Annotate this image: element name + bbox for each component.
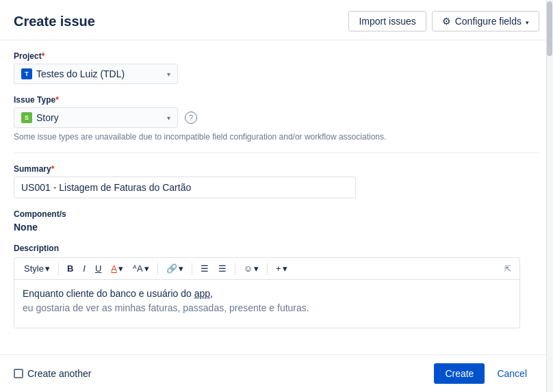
project-select[interactable]: T Testes do Luiz (TDL) <box>14 64 178 84</box>
component-field: Component/s None <box>14 209 539 233</box>
numbered-list-button[interactable]: ☰ <box>214 261 231 276</box>
editor-toolbar: Style B I U A ᴬA <box>14 258 519 280</box>
project-label: Project* <box>14 51 539 61</box>
gear-icon: ⚙ <box>442 16 451 27</box>
description-line-1: Enquanto cliente do banco e usuário do a… <box>23 287 511 301</box>
scrollbar-track[interactable] <box>546 0 553 392</box>
summary-label: Summary* <box>14 164 539 174</box>
component-value: None <box>14 222 38 233</box>
insert-button[interactable]: + <box>272 261 292 276</box>
help-icon[interactable]: ? <box>185 112 197 124</box>
emoji-dropdown-arrow <box>254 263 259 274</box>
bold-button[interactable]: B <box>63 261 77 276</box>
header-actions: Import issues ⚙ Configure fields <box>348 11 539 31</box>
scrollbar-thumb[interactable] <box>547 1 552 56</box>
underline-button[interactable]: U <box>91 261 105 276</box>
summary-field: Summary* <box>14 164 539 198</box>
issue-type-select[interactable]: S Story <box>14 107 178 128</box>
toolbar-separator-3 <box>192 263 192 275</box>
required-indicator: * <box>42 51 45 61</box>
toolbar-separator <box>58 263 59 275</box>
fontsize-dropdown-arrow <box>144 263 149 274</box>
description-line-2: eu gostaria de ver as minhas faturas, pa… <box>23 301 511 315</box>
description-label: Description <box>14 244 539 253</box>
description-editor: Style B I U A ᴬA <box>14 257 520 328</box>
style-dropdown-button[interactable]: Style <box>20 261 54 276</box>
font-size-button[interactable]: ᴬA <box>129 261 153 276</box>
story-icon: S <box>21 112 32 123</box>
footer: Create another Create Cancel <box>0 354 546 392</box>
create-another-area: Create another <box>14 368 91 379</box>
bullet-list-button[interactable]: ☰ <box>196 261 213 276</box>
create-button[interactable]: Create <box>434 363 485 384</box>
import-issues-button[interactable]: Import issues <box>348 11 426 31</box>
project-field: Project* T Testes do Luiz (TDL) <box>14 51 539 84</box>
link-dropdown-arrow <box>179 263 183 274</box>
link-button[interactable]: 🔗 <box>162 261 188 276</box>
project-icon: T <box>21 68 32 79</box>
required-indicator: * <box>55 95 59 105</box>
toolbar-separator-2 <box>157 263 158 275</box>
toolbar-separator-5 <box>267 263 268 275</box>
editor-collapse-button[interactable]: ⇱ <box>502 261 514 276</box>
cancel-button[interactable]: Cancel <box>491 363 532 384</box>
project-dropdown-arrow <box>167 70 170 78</box>
toolbar-separator-4 <box>235 263 235 275</box>
configure-fields-button[interactable]: ⚙ Configure fields <box>432 11 539 31</box>
issue-type-info: Some issue types are unavailable due to … <box>14 132 539 142</box>
text-color-button[interactable]: A <box>107 261 127 276</box>
style-dropdown-arrow <box>45 263 50 274</box>
description-content[interactable]: Enquanto cliente do banco e usuário do a… <box>14 280 519 328</box>
color-dropdown-arrow <box>118 263 123 274</box>
issue-type-label: Issue Type* <box>14 95 539 105</box>
italic-button[interactable]: I <box>79 261 90 276</box>
emoji-button[interactable]: ☺ <box>240 261 263 276</box>
header: Create issue Import issues ⚙ Configure f… <box>0 0 553 40</box>
component-label: Component/s <box>14 209 539 219</box>
create-another-label[interactable]: Create another <box>27 368 91 379</box>
summary-input[interactable] <box>14 177 356 198</box>
divider <box>14 153 539 153</box>
issue-type-dropdown-arrow <box>167 114 170 122</box>
required-indicator: * <box>51 164 55 174</box>
issue-type-field: Issue Type* S Story ? Some issue types a… <box>14 95 539 142</box>
chevron-down-icon <box>526 16 529 27</box>
page-title: Create issue <box>14 14 95 29</box>
create-another-checkbox[interactable] <box>14 369 23 378</box>
description-field: Description Style B I U A <box>14 244 539 328</box>
issue-type-row: S Story ? <box>14 107 539 128</box>
form-content: Project* T Testes do Luiz (TDL) Issue Ty… <box>0 40 553 349</box>
insert-dropdown-arrow <box>283 263 287 274</box>
